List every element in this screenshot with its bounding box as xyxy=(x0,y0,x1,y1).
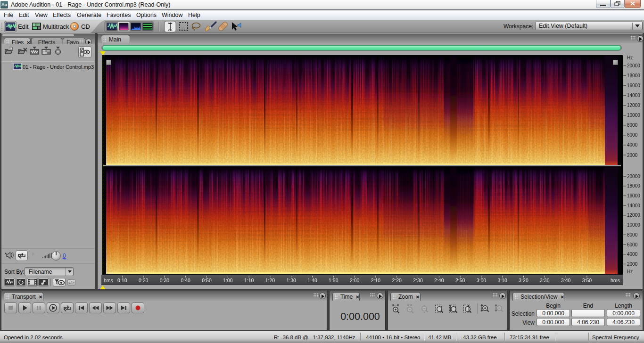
svg-text:4000: 4000 xyxy=(627,142,638,147)
svg-text:4000: 4000 xyxy=(627,252,638,257)
svg-text:0:10: 0:10 xyxy=(117,278,127,283)
svg-text:1:10: 1:10 xyxy=(244,278,254,283)
svg-text:2:10: 2:10 xyxy=(371,278,381,283)
svg-text:3:30: 3:30 xyxy=(540,278,550,283)
svg-text:8000: 8000 xyxy=(627,122,638,128)
svg-text:1:00: 1:00 xyxy=(223,278,233,283)
svg-text:16000: 16000 xyxy=(627,193,640,198)
svg-text:3:40: 3:40 xyxy=(561,278,571,283)
svg-text:12000: 12000 xyxy=(627,212,640,218)
svg-text:20000: 20000 xyxy=(627,174,640,179)
svg-text:0:50: 0:50 xyxy=(202,278,212,283)
svg-text:16000: 16000 xyxy=(627,83,640,88)
svg-text:2:50: 2:50 xyxy=(455,278,465,283)
svg-text:3:50: 3:50 xyxy=(582,278,592,283)
svg-text:3:00: 3:00 xyxy=(477,278,487,283)
svg-text:Hz: Hz xyxy=(627,269,633,274)
svg-text:0:40: 0:40 xyxy=(181,278,190,283)
svg-text:20000: 20000 xyxy=(627,63,640,68)
svg-text:1:30: 1:30 xyxy=(286,278,296,283)
svg-text:12000: 12000 xyxy=(627,103,640,108)
svg-text:3:20: 3:20 xyxy=(519,278,528,283)
svg-text:14000: 14000 xyxy=(627,93,640,98)
svg-text:Hz: Hz xyxy=(627,55,633,60)
svg-text:hms: hms xyxy=(104,278,113,283)
svg-text:Edit: Edit xyxy=(18,23,29,30)
svg-text:3:10: 3:10 xyxy=(497,278,507,283)
svg-text:1:40: 1:40 xyxy=(307,278,317,283)
svg-text:2:40: 2:40 xyxy=(434,278,444,283)
svg-text:hms: hms xyxy=(611,278,620,283)
svg-text:2000: 2000 xyxy=(627,153,638,158)
svg-text:0:20: 0:20 xyxy=(139,278,149,283)
svg-text:Multitrack: Multitrack xyxy=(43,23,69,30)
svg-text:6000: 6000 xyxy=(627,242,638,247)
svg-text:18000: 18000 xyxy=(627,183,640,188)
svg-text:1:50: 1:50 xyxy=(329,278,339,283)
svg-text:18000: 18000 xyxy=(627,73,640,78)
svg-text:8000: 8000 xyxy=(627,232,638,237)
svg-text:2:30: 2:30 xyxy=(413,278,423,283)
svg-text:1:20: 1:20 xyxy=(265,278,275,283)
svg-text:2:00: 2:00 xyxy=(350,278,360,283)
svg-text:6000: 6000 xyxy=(627,132,638,138)
svg-text:14000: 14000 xyxy=(627,203,640,208)
svg-text:0:30: 0:30 xyxy=(160,278,170,283)
svg-text:10000: 10000 xyxy=(627,222,640,228)
svg-text:10000: 10000 xyxy=(627,113,640,118)
svg-text:0: 0 xyxy=(63,253,66,259)
svg-text:CD: CD xyxy=(81,23,90,30)
svg-text:2000: 2000 xyxy=(627,261,638,267)
svg-text:2:20: 2:20 xyxy=(392,278,402,283)
